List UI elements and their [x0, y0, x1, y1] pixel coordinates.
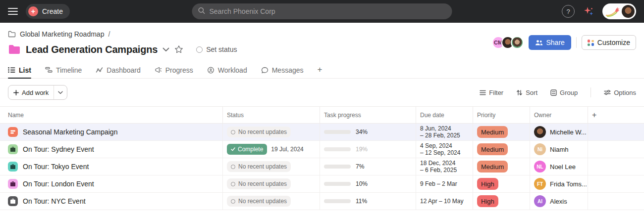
- tab-progress[interactable]: Progress: [155, 62, 193, 78]
- owner-cell[interactable]: NiNiamh: [530, 141, 588, 158]
- owner-avatar: [534, 126, 546, 138]
- profile-menu[interactable]: [602, 3, 636, 19]
- share-button[interactable]: Share: [529, 35, 571, 50]
- owner-name: Noel Lee: [550, 163, 576, 171]
- add-work-button[interactable]: Add work: [8, 86, 54, 99]
- help-button[interactable]: ?: [562, 5, 575, 18]
- list-toolbar: Add work Filter Sort Group Options: [0, 79, 644, 106]
- due-date-cell[interactable]: 9 Feb – 2 Mar: [416, 175, 473, 192]
- due-date-cell[interactable]: 8 Jun, 2024– 28 Feb, 2025: [416, 124, 473, 140]
- status-cell[interactable]: No recent updates: [223, 193, 320, 210]
- project-item-icon: [8, 179, 18, 189]
- owner-name: Michelle W...: [550, 129, 587, 136]
- people-icon: [535, 40, 543, 46]
- task-name[interactable]: On Tour: Tokyo Event: [23, 163, 89, 171]
- progress-bar: [324, 182, 351, 186]
- tab-messages-label: Messages: [272, 66, 304, 74]
- task-progress-cell[interactable]: 19%: [320, 141, 416, 158]
- extra-cell: [588, 141, 644, 158]
- table-row[interactable]: On Tour: Tokyo Event No recent updates 7…: [0, 158, 644, 175]
- sidebar-toggle-icon[interactable]: [8, 8, 18, 15]
- sort-button[interactable]: Sort: [516, 89, 537, 96]
- project-item-icon: [8, 162, 18, 172]
- sort-label: Sort: [526, 89, 537, 96]
- options-label: Options: [614, 89, 636, 96]
- tab-dashboard-label: Dashboard: [107, 66, 141, 74]
- add-work-split-button: Add work: [8, 85, 67, 100]
- member-avatar-photo-2[interactable]: [511, 36, 524, 49]
- progress-bar: [324, 130, 351, 134]
- tab-dashboard[interactable]: Dashboard: [96, 62, 141, 78]
- header-divider: [576, 37, 577, 48]
- tab-list[interactable]: List: [8, 62, 31, 78]
- user-avatar: [622, 5, 635, 18]
- table-row[interactable]: Seasonal Marketing Campaign No recent up…: [0, 124, 644, 141]
- ai-sparkles-icon[interactable]: [583, 5, 594, 17]
- tab-list-label: List: [19, 66, 31, 74]
- priority-cell[interactable]: High: [473, 175, 530, 192]
- task-name[interactable]: On Tour: Sydney Event: [23, 145, 94, 153]
- filter-button[interactable]: Filter: [480, 89, 503, 96]
- table-row[interactable]: On Tour: London Event No recent updates …: [0, 175, 644, 193]
- priority-cell[interactable]: Medium: [473, 141, 530, 158]
- add-work-caret-button[interactable]: [54, 86, 67, 99]
- phoenix-illustration: [605, 5, 621, 17]
- set-status-button[interactable]: Set status: [196, 45, 237, 53]
- search-input[interactable]: [210, 7, 446, 15]
- group-button[interactable]: Group: [550, 89, 578, 96]
- title-chevron-down-icon[interactable]: [162, 47, 169, 52]
- owner-cell[interactable]: NLNoel Lee: [530, 158, 588, 175]
- breadcrumb-project-link[interactable]: Global Marketing Roadmap: [20, 30, 104, 38]
- owner-cell[interactable]: Michelle W...: [530, 124, 588, 140]
- status-complete-date: 19 Jul, 2024: [271, 146, 303, 153]
- add-view-button[interactable]: +: [318, 65, 322, 76]
- status-pill: No recent updates: [227, 161, 291, 172]
- task-name[interactable]: On Tour: NYC Event: [23, 197, 86, 205]
- tab-timeline[interactable]: Timeline: [45, 62, 82, 78]
- tab-workload[interactable]: Workload: [207, 62, 247, 78]
- due-date-cell[interactable]: 18 Dec, 2024– 6 Feb, 2025: [416, 158, 473, 175]
- status-cell[interactable]: Complete 19 Jul, 2024: [223, 141, 320, 158]
- customize-button[interactable]: Customize: [582, 35, 636, 50]
- status-cell[interactable]: No recent updates: [223, 175, 320, 192]
- table-header-row: Name Status Task progress Due date Prior…: [0, 106, 644, 124]
- create-button[interactable]: + Create: [26, 4, 70, 19]
- create-button-label: Create: [42, 7, 63, 15]
- column-header-owner: Owner: [530, 107, 588, 123]
- priority-cell[interactable]: Medium: [473, 158, 530, 175]
- table-row[interactable]: On Tour: Sydney Event Complete 19 Jul, 2…: [0, 141, 644, 158]
- group-label: Group: [560, 89, 578, 96]
- priority-cell[interactable]: Medium: [473, 124, 530, 140]
- task-name[interactable]: On Tour: London Event: [23, 180, 94, 188]
- due-date-cell[interactable]: 12 Apr – 10 May: [416, 193, 473, 210]
- tab-timeline-label: Timeline: [56, 66, 82, 74]
- page-title: Lead Generation Campaigns: [26, 44, 158, 55]
- table-row[interactable]: On Tour: NYC Event No recent updates 11%…: [0, 193, 644, 210]
- project-item-icon: [8, 127, 18, 137]
- status-cell[interactable]: No recent updates: [223, 158, 320, 175]
- customize-grid-icon: [588, 40, 594, 46]
- due-date-cell[interactable]: 4 Sep, 2024– 12 Sep, 2024: [416, 141, 473, 158]
- owner-cell[interactable]: AlAlexis: [530, 193, 588, 210]
- due-date: 4 Sep, 2024– 12 Sep, 2024: [420, 142, 460, 156]
- tab-messages[interactable]: Messages: [261, 62, 304, 78]
- priority-cell[interactable]: High: [473, 193, 530, 210]
- project-item-icon: [8, 196, 18, 206]
- add-column-button[interactable]: +: [588, 107, 644, 123]
- owner-cell[interactable]: FTFrida Toms...: [530, 175, 588, 192]
- task-name[interactable]: Seasonal Marketing Campaign: [23, 128, 117, 136]
- task-progress-cell[interactable]: 11%: [320, 193, 416, 210]
- task-progress-cell[interactable]: 7%: [320, 158, 416, 175]
- column-header-task-progress: Task progress: [320, 107, 416, 123]
- task-progress-cell[interactable]: 34%: [320, 124, 416, 140]
- extra-cell: [588, 124, 644, 140]
- priority-badge: Medium: [477, 126, 508, 138]
- favorite-star-icon[interactable]: [174, 45, 183, 54]
- options-button[interactable]: Options: [604, 89, 636, 96]
- status-cell[interactable]: No recent updates: [223, 124, 320, 140]
- task-progress-cell[interactable]: 10%: [320, 175, 416, 192]
- column-header-priority: Priority: [473, 107, 530, 123]
- global-search[interactable]: [192, 3, 452, 19]
- progress-label: 10%: [356, 180, 368, 187]
- priority-badge: Medium: [477, 143, 508, 155]
